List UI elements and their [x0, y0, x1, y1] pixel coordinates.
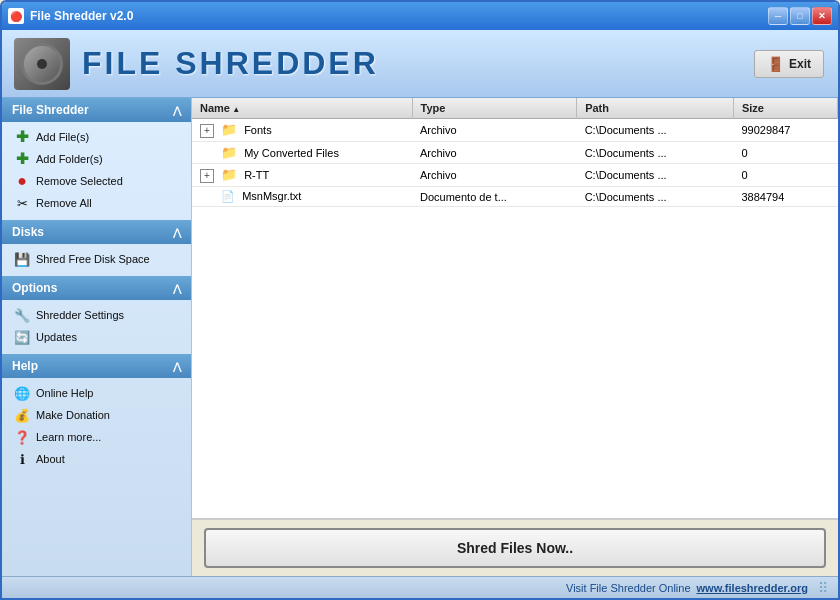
app-header: FILE SHREDDER 🚪 Exit — [2, 30, 838, 98]
sidebar-item-online-help[interactable]: 🌐 Online Help — [6, 382, 187, 404]
files-list: Name Type Path Size + 📁 Fonts — [192, 98, 838, 207]
visit-label: Visit File Shredder Online — [566, 582, 691, 594]
sidebar-item-label: Learn more... — [36, 431, 101, 443]
sidebar-item-label: Updates — [36, 331, 77, 343]
expander-icon[interactable]: + — [200, 124, 214, 138]
table-row[interactable]: + 📁 Fonts Archivo C:\Documents ... 99029… — [192, 119, 838, 142]
file-size: 0 — [733, 142, 837, 164]
expander-spacer — [200, 190, 218, 202]
sidebar-section-help: Help ⋀ 🌐 Online Help 💰 Make Donation ❓ L… — [2, 354, 191, 474]
expander-icon[interactable]: + — [200, 169, 214, 183]
table-row[interactable]: 📄 MsnMsgr.txt Documento de t... C:\Docum… — [192, 187, 838, 207]
file-icon: 📄 — [221, 190, 235, 203]
exit-button[interactable]: 🚪 Exit — [754, 50, 824, 78]
file-path: C:\Documents ... — [577, 187, 734, 207]
file-name: Fonts — [244, 124, 272, 136]
sidebar-item-label: Shredder Settings — [36, 309, 124, 321]
sidebar-section-header-file-shredder[interactable]: File Shredder ⋀ — [2, 98, 191, 122]
sidebar-item-label: Online Help — [36, 387, 93, 399]
col-path[interactable]: Path — [577, 98, 734, 119]
sidebar-item-label: About — [36, 453, 65, 465]
window-title: File Shredder v2.0 — [30, 9, 768, 23]
sidebar-item-label: Add File(s) — [36, 131, 89, 143]
file-type: Archivo — [412, 164, 577, 187]
sidebar-section-items-help: 🌐 Online Help 💰 Make Donation ❓ Learn mo… — [2, 378, 191, 474]
close-button[interactable]: ✕ — [812, 7, 832, 25]
status-url[interactable]: www.fileshredder.org — [697, 582, 808, 594]
minimize-button[interactable]: ─ — [768, 7, 788, 25]
sidebar-section-items-options: 🔧 Shredder Settings 🔄 Updates — [2, 300, 191, 352]
exit-label: Exit — [789, 57, 811, 71]
sidebar-section-file-shredder: File Shredder ⋀ ✚ Add File(s) ✚ Add Fold… — [2, 98, 191, 218]
file-type: Archivo — [412, 142, 577, 164]
col-size[interactable]: Size — [733, 98, 837, 119]
table-row[interactable]: + 📁 R-TT Archivo C:\Documents ... 0 — [192, 164, 838, 187]
sidebar-item-about[interactable]: ℹ About — [6, 448, 187, 470]
collapse-icon: ⋀ — [173, 227, 181, 238]
sidebar-item-label: Shred Free Disk Space — [36, 253, 150, 265]
sidebar-item-shred-disk[interactable]: 💾 Shred Free Disk Space — [6, 248, 187, 270]
sidebar-section-header-disks[interactable]: Disks ⋀ — [2, 220, 191, 244]
maximize-button[interactable]: □ — [790, 7, 810, 25]
file-table[interactable]: Name Type Path Size + 📁 Fonts — [192, 98, 838, 519]
file-size: 0 — [733, 164, 837, 187]
updates-icon: 🔄 — [14, 329, 30, 345]
sidebar-item-label: Remove All — [36, 197, 92, 209]
sidebar: File Shredder ⋀ ✚ Add File(s) ✚ Add Fold… — [2, 98, 192, 576]
sidebar-item-add-files[interactable]: ✚ Add File(s) — [6, 126, 187, 148]
remove-all-icon: ✂ — [14, 195, 30, 211]
learn-more-icon: ❓ — [14, 429, 30, 445]
sidebar-section-header-help[interactable]: Help ⋀ — [2, 354, 191, 378]
table-row[interactable]: 📁 My Converted Files Archivo C:\Document… — [192, 142, 838, 164]
sidebar-item-make-donation[interactable]: 💰 Make Donation — [6, 404, 187, 426]
folder-icon: 📁 — [221, 167, 237, 182]
sidebar-item-learn-more[interactable]: ❓ Learn more... — [6, 426, 187, 448]
app-title: FILE SHREDDER — [82, 45, 379, 82]
main-content: File Shredder ⋀ ✚ Add File(s) ✚ Add Fold… — [2, 98, 838, 576]
settings-icon: 🔧 — [14, 307, 30, 323]
col-name[interactable]: Name — [192, 98, 412, 119]
file-name: MsnMsgr.txt — [242, 190, 301, 202]
sidebar-section-label: Options — [12, 281, 57, 295]
sidebar-section-header-options[interactable]: Options ⋀ — [2, 276, 191, 300]
file-type: Archivo — [412, 119, 577, 142]
bottom-bar: Shred Files Now.. — [192, 519, 838, 576]
folder-icon: 📁 — [221, 145, 237, 160]
file-name: My Converted Files — [244, 147, 339, 159]
shred-disk-icon: 💾 — [14, 251, 30, 267]
sidebar-item-add-folder[interactable]: ✚ Add Folder(s) — [6, 148, 187, 170]
sidebar-item-remove-selected[interactable]: ● Remove Selected — [6, 170, 187, 192]
sidebar-section-disks: Disks ⋀ 💾 Shred Free Disk Space — [2, 220, 191, 274]
sidebar-item-shredder-settings[interactable]: 🔧 Shredder Settings — [6, 304, 187, 326]
file-size: 3884794 — [733, 187, 837, 207]
donation-icon: 💰 — [14, 407, 30, 423]
col-type[interactable]: Type — [412, 98, 577, 119]
sidebar-item-remove-all[interactable]: ✂ Remove All — [6, 192, 187, 214]
sidebar-section-options: Options ⋀ 🔧 Shredder Settings 🔄 Updates — [2, 276, 191, 352]
file-path: C:\Documents ... — [577, 142, 734, 164]
file-size: 99029847 — [733, 119, 837, 142]
window-controls: ─ □ ✕ — [768, 7, 832, 25]
sidebar-section-items-file-shredder: ✚ Add File(s) ✚ Add Folder(s) ● Remove S… — [2, 122, 191, 218]
collapse-icon: ⋀ — [173, 283, 181, 294]
expander-spacer — [200, 147, 218, 159]
exit-icon: 🚪 — [767, 56, 784, 72]
right-panel: Name Type Path Size + 📁 Fonts — [192, 98, 838, 576]
shred-files-button[interactable]: Shred Files Now.. — [204, 528, 826, 568]
file-path: C:\Documents ... — [577, 164, 734, 187]
status-bar: Visit File Shredder Online www.fileshred… — [2, 576, 838, 598]
add-files-icon: ✚ — [14, 129, 30, 145]
sidebar-item-label: Make Donation — [36, 409, 110, 421]
sidebar-section-label: Help — [12, 359, 38, 373]
title-bar: 🔴 File Shredder v2.0 ─ □ ✕ — [2, 2, 838, 30]
collapse-icon: ⋀ — [173, 361, 181, 372]
sidebar-item-label: Remove Selected — [36, 175, 123, 187]
file-type: Documento de t... — [412, 187, 577, 207]
sidebar-section-items-disks: 💾 Shred Free Disk Space — [2, 244, 191, 274]
remove-selected-icon: ● — [14, 173, 30, 189]
add-folder-icon: ✚ — [14, 151, 30, 167]
sidebar-item-updates[interactable]: 🔄 Updates — [6, 326, 187, 348]
folder-icon: 📁 — [221, 122, 237, 137]
file-path: C:\Documents ... — [577, 119, 734, 142]
app-window: 🔴 File Shredder v2.0 ─ □ ✕ FILE SHREDDER… — [0, 0, 840, 600]
